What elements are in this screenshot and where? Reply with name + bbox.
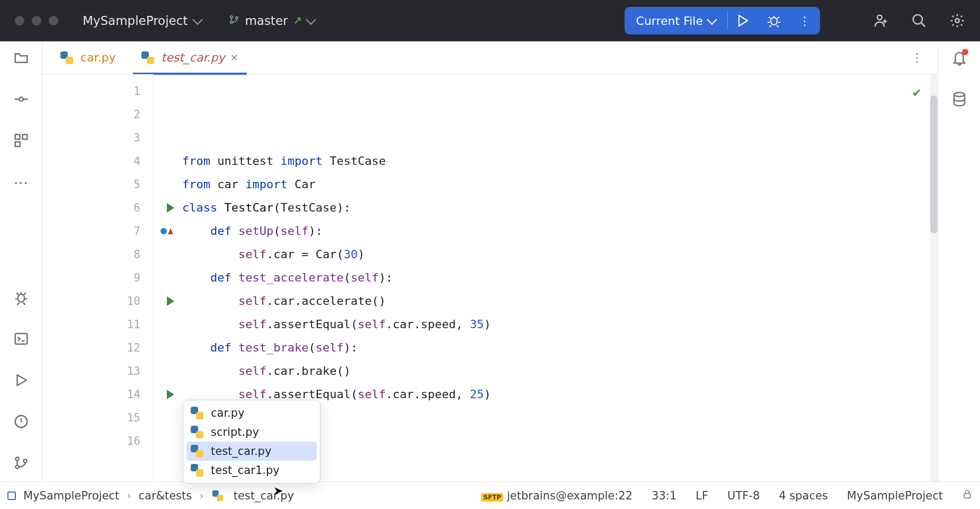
inspection-ok-icon[interactable]: ✔ <box>913 81 921 104</box>
popup-item-label: script.py <box>211 426 259 438</box>
gutter-line[interactable]: 7 <box>42 220 153 243</box>
code-line[interactable]: self.assertEqual(self.car.speed, 35) <box>182 313 930 336</box>
tabs-more-button[interactable]: ⋮ <box>902 51 932 64</box>
python-file-icon <box>60 51 73 64</box>
branch-name: master <box>245 14 288 28</box>
line-separator[interactable]: LF <box>696 489 708 502</box>
window-close-button[interactable] <box>15 16 24 25</box>
svg-point-5 <box>913 15 923 24</box>
gutter-line[interactable]: 1 <box>42 80 153 103</box>
gutter-line[interactable]: 11 <box>42 313 153 336</box>
code-line[interactable]: class TestCar(TestCase): <box>182 196 930 220</box>
gutter-line[interactable]: 3 <box>42 126 153 150</box>
project-picker[interactable]: MySampleProject <box>71 14 213 28</box>
gutter-line[interactable]: 15 <box>42 406 153 429</box>
gutter-line[interactable]: 5 <box>42 173 153 196</box>
chevron-down-icon <box>192 14 203 25</box>
code-line[interactable]: from car import Car <box>182 173 930 196</box>
chevron-down-icon <box>306 14 316 25</box>
settings-gear-icon[interactable] <box>949 13 965 29</box>
project-tool-icon[interactable] <box>13 50 29 66</box>
python-file-icon <box>191 445 203 458</box>
breadcrumb-segment[interactable]: MySampleProject <box>23 489 119 502</box>
notifications-icon[interactable] <box>951 50 967 66</box>
indent-config[interactable]: 4 spaces <box>779 489 828 502</box>
gutter-line[interactable]: 12 <box>42 336 153 359</box>
popup-item[interactable]: car.py <box>183 403 320 423</box>
problems-tool-icon[interactable] <box>13 414 29 429</box>
editor-tab[interactable]: test_car.py ✕ <box>129 41 251 74</box>
commit-tool-icon[interactable] <box>13 91 29 107</box>
code-line[interactable]: from unittest import TestCase <box>182 150 930 173</box>
breadcrumb-segment[interactable]: test_car.py <box>234 489 294 502</box>
editor-tab[interactable]: car.py <box>48 41 129 74</box>
database-tool-icon[interactable] <box>951 91 967 107</box>
gutter-line[interactable]: 13 <box>42 359 153 383</box>
debug-button[interactable] <box>759 14 789 27</box>
breadcrumb-segment[interactable]: car&tests <box>139 489 192 502</box>
deployment-status[interactable]: SFTP jetbrains@example:22 <box>481 489 632 502</box>
run-button[interactable] <box>728 15 759 27</box>
editor-area: car.py test_car.py ✕ ⋮ 12345678910111213… <box>42 41 938 481</box>
breadcrumb-separator-icon: › <box>127 489 131 502</box>
status-bar: MySampleProject › car&tests › test_car.p… <box>0 481 980 509</box>
popup-item[interactable]: script.py <box>183 423 320 442</box>
editor-tabs: car.py test_car.py ✕ ⋮ <box>42 41 938 74</box>
gutter-line[interactable]: 4 <box>42 150 153 173</box>
gutter-line[interactable]: 2 <box>42 103 153 126</box>
terminal-tool-icon[interactable] <box>13 331 29 347</box>
gutter-line[interactable]: 6 <box>42 196 153 220</box>
editor-gutter[interactable]: 12345678910111213141516 <box>42 74 154 481</box>
structure-tool-icon[interactable] <box>13 133 29 148</box>
code-line[interactable]: def test_accelerate(self): <box>182 266 930 289</box>
debug-tool-icon[interactable] <box>13 289 29 305</box>
window-zoom-button[interactable] <box>49 16 58 25</box>
run-toolbar: Current File ⋮ <box>625 7 820 34</box>
gutter-line[interactable]: 10 <box>42 289 153 313</box>
tool-windows-toggle-icon[interactable] <box>7 492 16 500</box>
gutter-line[interactable]: 8 <box>42 243 153 266</box>
branch-incoming-icon: ↗ <box>293 14 302 27</box>
project-name: MySampleProject <box>83 14 188 28</box>
svg-point-2 <box>236 17 238 19</box>
vertical-scrollbar[interactable] <box>930 74 938 481</box>
scrollbar-thumb[interactable] <box>930 95 938 233</box>
search-icon[interactable] <box>911 13 927 29</box>
code-line[interactable]: self.car.accelerate() <box>182 289 930 313</box>
code-line[interactable]: self.car = Car(30) <box>182 243 930 266</box>
right-tool-strip <box>938 41 980 481</box>
svg-point-17 <box>954 93 965 97</box>
file-encoding[interactable]: UTF-8 <box>727 489 760 502</box>
caret-position[interactable]: 33:1 <box>652 489 676 502</box>
popup-item-label: car.py <box>211 407 245 419</box>
code-line[interactable]: self.car.brake() <box>182 359 930 383</box>
python-file-icon <box>141 51 154 64</box>
popup-item[interactable]: test_car.py <box>186 442 317 461</box>
python-file-icon <box>191 464 203 477</box>
gutter-line[interactable]: 9 <box>42 266 153 289</box>
more-tool-icon[interactable]: ⋯ <box>14 174 29 191</box>
vcs-branch-picker[interactable]: master ↗ <box>213 14 331 28</box>
vcs-tool-icon[interactable] <box>13 455 29 471</box>
svg-rect-18 <box>964 494 970 498</box>
code-line[interactable]: def test_brake(self): <box>182 336 930 359</box>
code-editor[interactable]: 12345678910111213141516 ✔ from unittest … <box>42 74 938 481</box>
popup-item-label: test_car1.py <box>211 464 280 477</box>
window-minimize-button[interactable] <box>32 16 41 25</box>
python-file-icon <box>191 426 203 438</box>
gutter-line[interactable]: 14 <box>42 383 153 406</box>
run-config-selector[interactable]: Current File <box>625 14 727 28</box>
close-tab-icon[interactable]: ✕ <box>230 52 238 63</box>
run-config-label: Current File <box>636 14 703 28</box>
readonly-lock-icon[interactable] <box>962 489 973 502</box>
run-more-button[interactable]: ⋮ <box>789 14 820 28</box>
code-with-me-icon[interactable] <box>873 13 889 29</box>
interpreter-name[interactable]: MySampleProject <box>847 489 943 502</box>
code-line[interactable]: def setUp(self): <box>182 220 930 243</box>
tab-label: car.py <box>81 51 116 64</box>
svg-point-11 <box>17 294 24 302</box>
run-tool-icon[interactable] <box>13 372 29 388</box>
popup-item[interactable]: test_car1.py <box>183 461 320 480</box>
breadcrumb-separator-icon: › <box>199 489 203 502</box>
gutter-line[interactable]: 16 <box>42 429 153 453</box>
